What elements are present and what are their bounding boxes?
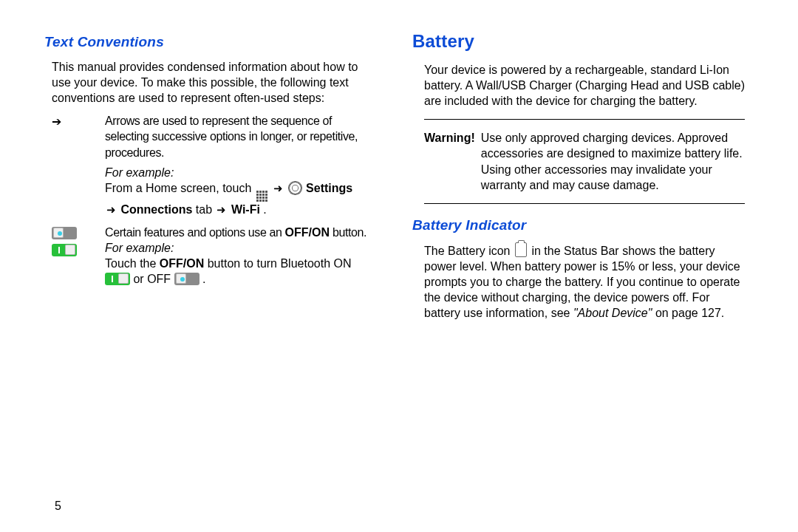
text-conventions-intro: This manual provides condensed informati…: [52, 59, 377, 106]
apps-grid-icon: [256, 191, 267, 202]
warning-text: Use only approved charging devices. Appr…: [481, 130, 745, 192]
arrow-icon: [52, 115, 61, 128]
toggle-description: Certain features and options use an OFF/…: [105, 225, 366, 240]
arrow-icon: [215, 203, 228, 216]
battery-icon: [515, 242, 527, 257]
arrow-description: Arrows are used to represent the sequenc…: [105, 113, 377, 160]
example-navigation: From a Home screen, touch Settings Conne…: [105, 180, 377, 217]
warning-label: Warning!: [424, 130, 475, 192]
toggle-off-icon: [174, 273, 200, 285]
right-column: Battery Your device is powered by a rech…: [412, 30, 745, 331]
battery-indicator-text: The Battery icon in the Status Bar shows…: [424, 242, 745, 321]
heading-battery-indicator: Battery Indicator: [412, 217, 745, 233]
heading-battery: Battery: [412, 31, 745, 52]
page-number: 5: [55, 499, 61, 513]
arrow-icon: [272, 182, 284, 194]
example-toggle: Touch the OFF/ON button to turn Bluetoot…: [105, 256, 366, 287]
for-example-label-2: For example:: [105, 240, 366, 256]
reference-link: "About Device": [573, 307, 652, 319]
toggle-on-icon: [52, 244, 77, 256]
for-example-label-1: For example:: [105, 165, 377, 180]
toggle-on-icon: [105, 273, 130, 285]
warning-box: Warning! Use only approved charging devi…: [424, 119, 745, 203]
settings-gear-icon: [289, 182, 301, 194]
convention-toggle: Certain features and options use an OFF/…: [52, 225, 377, 287]
toggle-off-icon: [52, 227, 77, 239]
convention-arrows: Arrows are used to represent the sequenc…: [52, 113, 377, 217]
battery-description: Your device is powered by a rechargeable…: [424, 62, 745, 109]
arrow-icon: [105, 203, 117, 216]
left-column: Text Conventions This manual provides co…: [44, 30, 377, 331]
heading-text-conventions: Text Conventions: [44, 34, 377, 50]
